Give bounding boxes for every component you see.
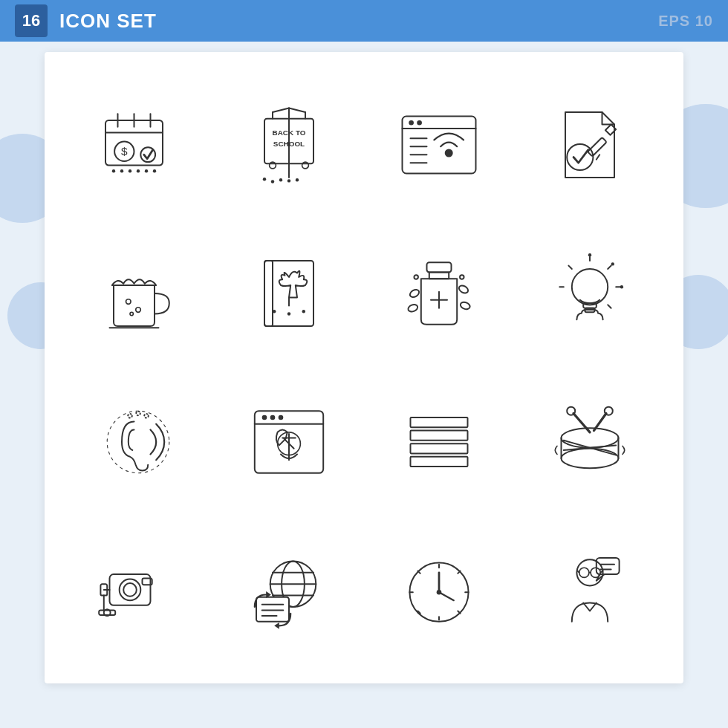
svg-text:BACK TO: BACK TO xyxy=(272,129,305,137)
svg-rect-87 xyxy=(411,443,468,453)
icon-cell-cannabis-book xyxy=(218,223,361,364)
icon-cell-back-to-school: BACK TO SCHOOL xyxy=(218,74,361,215)
svg-point-92 xyxy=(561,449,618,468)
svg-point-75 xyxy=(137,412,141,416)
svg-point-72 xyxy=(611,262,614,265)
svg-point-81 xyxy=(270,415,275,420)
svg-point-133 xyxy=(579,568,588,577)
browser-settings-icon xyxy=(248,401,330,483)
svg-point-13 xyxy=(153,169,156,172)
icon-cell-global-news xyxy=(218,520,361,661)
svg-point-25 xyxy=(271,180,274,183)
eps-label: EPS 10 xyxy=(658,13,713,30)
svg-line-68 xyxy=(608,305,611,308)
icon-cell-payment-calendar: $ xyxy=(67,74,210,215)
medicine-bottle-icon xyxy=(398,253,480,334)
svg-rect-53 xyxy=(429,272,449,279)
svg-point-10 xyxy=(129,169,131,172)
svg-point-98 xyxy=(120,579,141,601)
main-card: $ BACK TO SCHOOL xyxy=(45,52,683,683)
svg-point-41 xyxy=(567,144,593,170)
svg-rect-85 xyxy=(411,417,468,427)
back-to-school-icon: BACK TO SCHOOL xyxy=(248,104,330,186)
svg-point-59 xyxy=(460,301,471,311)
drum-icon xyxy=(549,401,631,483)
svg-point-12 xyxy=(145,169,148,172)
svg-rect-88 xyxy=(411,457,468,467)
svg-point-94 xyxy=(567,407,575,415)
icon-cell-drum xyxy=(519,371,662,513)
svg-line-66 xyxy=(608,266,611,269)
svg-marker-116 xyxy=(274,623,279,629)
svg-rect-38 xyxy=(588,137,607,157)
svg-point-82 xyxy=(278,415,283,420)
header-bar: 16 ICON SET EPS 10 xyxy=(0,0,728,42)
icon-cell-lightbulb xyxy=(519,223,662,364)
svg-point-28 xyxy=(296,178,299,181)
svg-line-69 xyxy=(568,266,571,269)
svg-point-50 xyxy=(287,312,290,315)
svg-point-58 xyxy=(407,303,418,313)
camera-icon xyxy=(97,550,179,631)
svg-point-49 xyxy=(273,310,276,313)
svg-point-32 xyxy=(417,120,423,126)
svg-point-27 xyxy=(287,179,290,182)
icon-cell-lines xyxy=(368,371,511,513)
svg-point-96 xyxy=(605,407,613,415)
svg-line-22 xyxy=(273,108,289,113)
icon-cell-clock xyxy=(368,520,511,661)
svg-point-80 xyxy=(261,415,267,420)
svg-line-125 xyxy=(418,571,420,573)
icon-cell-medicine-bottle xyxy=(368,223,511,364)
page-title: ICON SET xyxy=(59,10,658,33)
icon-cell-browser-settings xyxy=(218,371,361,513)
svg-point-42 xyxy=(126,299,131,305)
svg-point-8 xyxy=(112,169,115,172)
icon-cell-camera xyxy=(67,520,210,661)
svg-point-74 xyxy=(129,414,133,418)
clock-icon xyxy=(398,550,480,631)
svg-text:SCHOOL: SCHOOL xyxy=(273,140,305,148)
document-checkmark-icon xyxy=(549,104,631,186)
svg-rect-52 xyxy=(427,262,452,272)
svg-point-37 xyxy=(445,149,453,157)
svg-text:$: $ xyxy=(121,145,128,157)
icon-count-badge: 16 xyxy=(15,4,48,37)
svg-point-99 xyxy=(123,583,137,597)
svg-rect-29 xyxy=(403,117,476,174)
beer-mug-icon xyxy=(97,253,179,334)
wifi-browser-icon xyxy=(398,104,480,186)
svg-line-40 xyxy=(597,155,599,160)
svg-rect-47 xyxy=(264,261,273,326)
global-news-icon xyxy=(248,550,330,631)
svg-point-31 xyxy=(409,120,415,126)
svg-point-43 xyxy=(136,308,141,313)
svg-rect-111 xyxy=(256,597,289,622)
svg-line-23 xyxy=(289,108,305,113)
svg-point-62 xyxy=(572,269,608,305)
payment-calendar-icon: $ xyxy=(97,104,179,186)
svg-point-11 xyxy=(137,169,140,172)
svg-point-73 xyxy=(620,285,623,288)
svg-point-77 xyxy=(107,411,169,473)
icon-cell-wifi-browser xyxy=(368,74,511,215)
icon-cell-support-person xyxy=(519,520,662,661)
customer-support-icon xyxy=(549,550,631,631)
icons-grid: $ BACK TO SCHOOL xyxy=(45,52,683,683)
svg-rect-86 xyxy=(411,431,468,441)
svg-point-26 xyxy=(279,178,282,181)
horizontal-lines-icon xyxy=(398,401,480,483)
icon-cell-document-check xyxy=(519,74,662,215)
svg-point-61 xyxy=(460,275,464,279)
icon-cell-hearing xyxy=(67,371,210,513)
icon-cell-beer-mug xyxy=(67,223,210,364)
svg-point-9 xyxy=(120,169,123,172)
svg-line-119 xyxy=(439,592,454,600)
svg-rect-104 xyxy=(99,610,115,615)
svg-point-134 xyxy=(591,568,600,577)
cannabis-book-icon xyxy=(248,253,330,334)
svg-point-120 xyxy=(437,590,442,595)
svg-point-60 xyxy=(415,275,419,279)
hearing-icon xyxy=(97,401,179,483)
svg-line-127 xyxy=(458,571,461,573)
